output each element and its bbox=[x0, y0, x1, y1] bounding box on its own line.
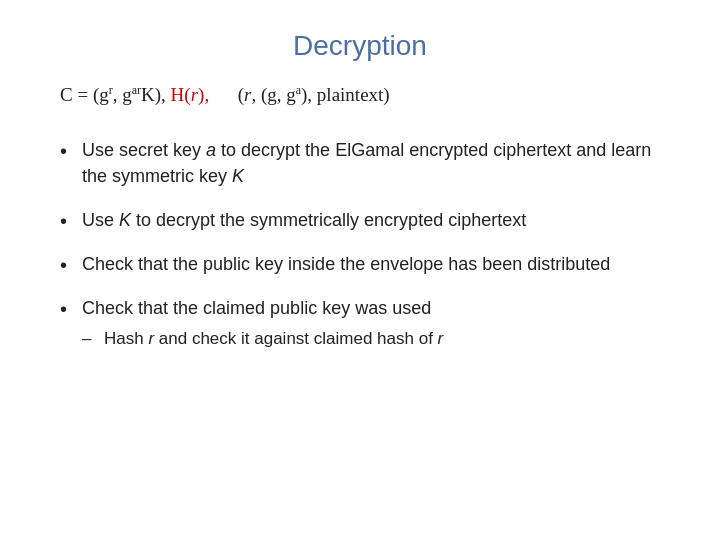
slide-title: Decryption bbox=[60, 30, 660, 62]
bullet-2: Use K to decrypt the symmetrically encry… bbox=[60, 207, 660, 233]
ciphertext-formula: C = (gr, garK), H(r), (r, (g, ga), plain… bbox=[60, 82, 660, 109]
sub-bullet-1: Hash r and check it against claimed hash… bbox=[82, 327, 660, 352]
sub-bullet-list: Hash r and check it against claimed hash… bbox=[82, 327, 660, 352]
bullet-1: Use secret key a to decrypt the ElGamal … bbox=[60, 137, 660, 189]
bullet-3: Check that the public key inside the env… bbox=[60, 251, 660, 277]
slide-container: Decryption C = (gr, garK), H(r), (r, (g,… bbox=[0, 0, 720, 540]
bullet-list: Use secret key a to decrypt the ElGamal … bbox=[60, 137, 660, 370]
bullet-4: Check that the claimed public key was us… bbox=[60, 295, 660, 352]
